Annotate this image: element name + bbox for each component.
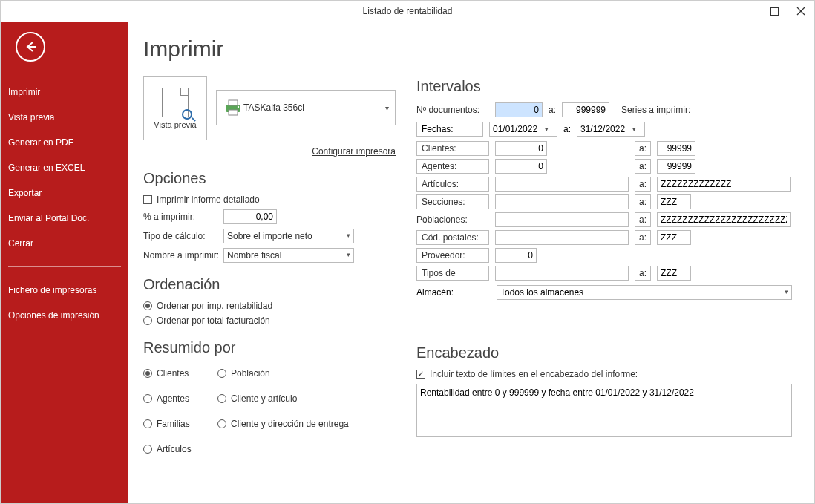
close-icon (796, 7, 805, 16)
back-button[interactable] (16, 32, 45, 62)
articles-a-button[interactable]: a: (635, 177, 651, 192)
name-select[interactable]: Nombre fiscal▾ (223, 248, 354, 263)
agents-to-input[interactable] (657, 159, 695, 174)
checkbox-icon (416, 370, 425, 379)
codpostales-a-button[interactable]: a: (635, 230, 651, 245)
sections-a-button[interactable]: a: (635, 194, 651, 209)
maximize-icon (770, 7, 779, 16)
svg-rect-0 (770, 7, 778, 15)
chevron-down-icon: ▾ (785, 288, 788, 295)
radio-icon (143, 394, 152, 403)
maximize-button[interactable] (761, 1, 788, 22)
date-to-input[interactable]: ▾ (577, 122, 645, 137)
proveedor-input[interactable] (495, 248, 537, 263)
articles-from-input[interactable] (495, 177, 629, 192)
tipos-to-input[interactable] (657, 266, 691, 281)
summary-clientes-radio[interactable]: Clientes (143, 368, 217, 379)
printer-icon (223, 99, 243, 117)
preview-button[interactable]: Vista previa (143, 76, 207, 140)
document-preview-icon (162, 88, 189, 117)
sidebar-item-cerrar[interactable]: Cerrar (1, 231, 128, 256)
checkbox-icon (143, 195, 152, 204)
articles-button[interactable]: Artículos: (416, 177, 489, 192)
clients-to-input[interactable] (657, 141, 695, 156)
codpostales-to-input[interactable] (657, 230, 691, 245)
chevron-down-icon[interactable]: ▾ (629, 125, 639, 133)
a-label: a: (549, 105, 556, 115)
radio-icon (217, 394, 226, 403)
sidebar-item-fichero-impresoras[interactable]: Fichero de impresoras (1, 278, 128, 303)
chevron-down-icon[interactable]: ▾ (542, 125, 551, 133)
tipos-a-button[interactable]: a: (635, 266, 651, 281)
radio-icon (217, 419, 226, 428)
sidebar-item-vista-previa[interactable]: Vista previa (1, 105, 128, 130)
tipos-button[interactable]: Tipos de (416, 266, 489, 281)
radio-icon (143, 369, 152, 378)
sidebar-item-exportar[interactable]: Exportar (1, 180, 128, 206)
articles-to-input[interactable] (657, 177, 791, 192)
summary-agentes-radio[interactable]: Agentes (143, 393, 217, 404)
agents-button[interactable]: Agentes: (416, 159, 489, 174)
radio-icon (143, 301, 152, 310)
order-by-rentability-radio[interactable]: Ordenar por imp. rentabilidad (143, 301, 396, 311)
include-header-checkbox[interactable]: Incluir texto de límites en el encabezad… (416, 369, 792, 379)
svg-rect-6 (229, 110, 238, 115)
chevron-down-icon: ▾ (385, 104, 389, 112)
tipos-from-input[interactable] (495, 266, 629, 281)
calc-label: Tipo de cálculo: (143, 231, 223, 241)
doc-from-input[interactable] (495, 102, 543, 117)
sidebar-separator (8, 266, 121, 267)
svg-point-7 (238, 106, 239, 108)
options-title: Opciones (143, 170, 396, 187)
a-label: a: (563, 124, 571, 134)
configure-printer-link[interactable]: Configurar impresora (312, 146, 396, 157)
almacen-select[interactable]: Todos los almacenes ▾ (497, 285, 792, 300)
radio-icon (217, 369, 226, 378)
poblaciones-from-input[interactable] (495, 212, 629, 227)
sidebar-item-generar-pdf[interactable]: Generar en PDF (1, 130, 128, 155)
agents-a-button[interactable]: a: (635, 159, 651, 174)
proveedor-button[interactable]: Proveedor: (416, 248, 489, 263)
agents-from-input[interactable] (495, 159, 547, 174)
sections-from-input[interactable] (495, 194, 629, 209)
sidebar-item-portal-doc[interactable]: Enviar al Portal Doc. (1, 206, 128, 231)
chevron-down-icon: ▾ (347, 232, 350, 239)
page-title: Imprimir (143, 36, 396, 62)
detailed-report-checkbox[interactable]: Imprimir informe detallado (143, 194, 396, 205)
series-link[interactable]: Series a imprimir: (621, 105, 690, 115)
almacen-label: Almacén: (416, 287, 489, 298)
summary-familias-radio[interactable]: Familias (143, 419, 217, 429)
codpostales-from-input[interactable] (495, 230, 629, 245)
printer-select[interactable]: TASKalfa 356ci ▾ (216, 90, 396, 125)
radio-icon (143, 445, 152, 454)
close-button[interactable] (788, 1, 814, 22)
poblaciones-to-input[interactable] (657, 212, 791, 227)
header-title: Encabezado (416, 344, 792, 361)
dates-button[interactable]: Fechas: (416, 122, 483, 137)
sidebar-item-generar-excel[interactable]: Generar en EXCEL (1, 155, 128, 180)
intervals-title: Intervalos (416, 78, 792, 95)
titlebar: Listado de rentabilidad (1, 1, 814, 22)
sections-button[interactable]: Secciones: (416, 194, 489, 209)
doc-to-input[interactable] (562, 102, 609, 117)
summary-poblacion-radio[interactable]: Población (217, 368, 396, 379)
summary-cliente-articulo-radio[interactable]: Cliente y artículo (217, 393, 396, 404)
codpostales-button[interactable]: Cód. postales: (416, 230, 489, 245)
poblaciones-a-button[interactable]: a: (635, 212, 651, 227)
calc-select[interactable]: Sobre el importe neto▾ (223, 229, 354, 243)
header-textarea[interactable] (416, 384, 792, 437)
clients-button[interactable]: Clientes: (416, 141, 489, 156)
sidebar-item-imprimir[interactable]: Imprimir (1, 79, 128, 105)
summary-articulos-radio[interactable]: Artículos (143, 444, 217, 454)
pct-input[interactable] (223, 209, 277, 224)
printer-name: TASKalfa 356ci (243, 102, 304, 113)
date-from-input[interactable]: ▾ (489, 122, 557, 137)
summary-cliente-direccion-radio[interactable]: Cliente y dirección de entrega (217, 419, 396, 429)
sections-to-input[interactable] (657, 194, 691, 209)
sidebar: Imprimir Vista previa Generar en PDF Gen… (1, 22, 128, 504)
sidebar-item-opciones-impresion[interactable]: Opciones de impresión (1, 303, 128, 328)
ordering-title: Ordenación (143, 276, 396, 293)
clients-from-input[interactable] (495, 141, 547, 156)
order-by-invoicing-radio[interactable]: Ordenar por total facturación (143, 315, 396, 326)
clients-a-button[interactable]: a: (635, 141, 651, 156)
